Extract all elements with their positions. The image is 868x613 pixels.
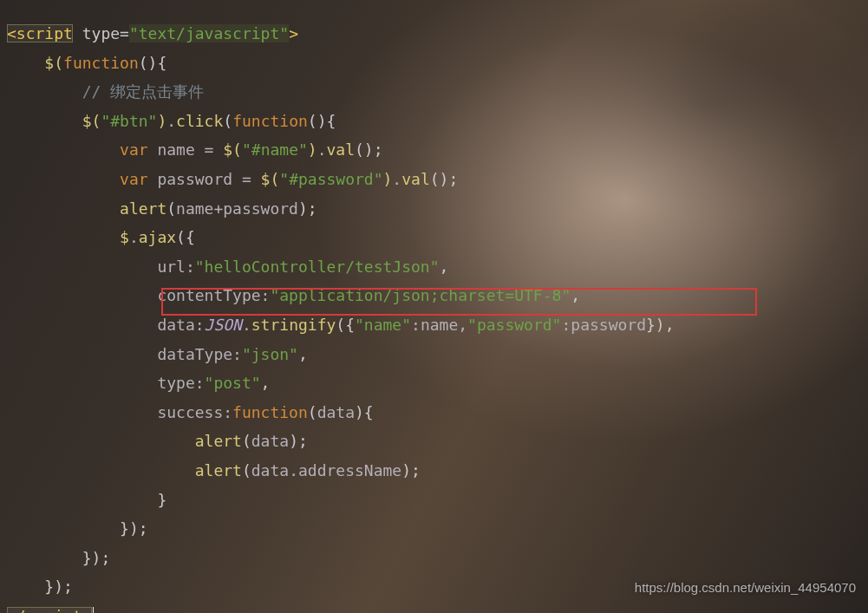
token: alert xyxy=(195,432,242,450)
token: (){ xyxy=(308,112,336,130)
token: alert xyxy=(120,199,166,218)
token xyxy=(73,24,82,42)
token: . xyxy=(129,228,139,246)
token: ); xyxy=(298,199,317,218)
token: . xyxy=(242,316,251,334)
code-line: success:function(data){ xyxy=(7,398,868,427)
token: ){ xyxy=(355,403,374,421)
token: , xyxy=(571,286,580,304)
code-line: </script> xyxy=(7,602,868,613)
token: , xyxy=(440,258,449,276)
token: } xyxy=(157,491,166,509)
token: click xyxy=(176,112,223,130)
code-line: var name = $("#name").val(); xyxy=(7,135,868,165)
code-line: alert(name+password); xyxy=(7,194,868,224)
token: }); xyxy=(120,519,148,538)
token: name+password xyxy=(176,199,298,218)
token: > xyxy=(289,24,298,42)
code-line: dataType:"json", xyxy=(7,340,868,369)
token: ); xyxy=(401,461,421,479)
token: type= xyxy=(82,24,129,42)
code-line: alert(data); xyxy=(7,427,868,456)
token: . xyxy=(317,140,327,159)
code-line: $.ajax({ xyxy=(7,223,868,252)
code-line: }); xyxy=(7,544,868,573)
token: . xyxy=(392,170,401,188)
token: JSON xyxy=(205,316,242,334)
token: <script xyxy=(7,24,73,42)
token: contentType: xyxy=(157,286,270,304)
code-line: $("#btn").click(function(){ xyxy=(7,107,868,136)
token: alert xyxy=(195,461,242,479)
token: $( xyxy=(261,170,280,188)
token: </script> xyxy=(7,607,92,613)
token: var xyxy=(120,170,148,188)
token: ) xyxy=(157,112,166,130)
token: "#btn" xyxy=(101,112,157,130)
token: , xyxy=(298,345,308,363)
token: ( xyxy=(242,432,251,450)
token: "json" xyxy=(242,345,298,363)
token: ( xyxy=(308,403,317,421)
code-line: contentType:"application/json;charset=UT… xyxy=(7,281,868,310)
code-line: alert(data.addressName); xyxy=(7,456,868,486)
code-line: // 绑定点击事件 xyxy=(7,77,868,107)
token: }); xyxy=(82,549,111,567)
token: var xyxy=(120,140,148,159)
token: success: xyxy=(157,403,232,421)
token: "post" xyxy=(205,374,261,392)
token: "name" xyxy=(355,316,411,334)
token: }); xyxy=(44,577,73,596)
token: (){ xyxy=(139,54,167,72)
text-cursor xyxy=(93,607,94,613)
token: . xyxy=(166,112,176,130)
code-line: type:"post", xyxy=(7,368,868,398)
token: "#password" xyxy=(279,170,382,188)
token: data.addressName xyxy=(251,461,401,479)
token: ) xyxy=(383,170,393,188)
token: :name, xyxy=(411,316,467,334)
code-line: var password = $("#password").val(); xyxy=(7,165,868,194)
token: url: xyxy=(157,258,194,276)
code-line: <script type="text/javascript"> xyxy=(7,19,868,49)
token: "#name" xyxy=(242,140,308,159)
token: // 绑定点击事件 xyxy=(82,82,205,101)
code-block: <script type="text/javascript"> $(functi… xyxy=(0,16,868,613)
token: dataType: xyxy=(157,345,242,363)
token: ajax xyxy=(139,228,176,246)
token: data: xyxy=(157,316,204,334)
token: , xyxy=(261,374,271,392)
token: $ xyxy=(120,228,129,246)
token: password = xyxy=(148,170,261,188)
token: $( xyxy=(82,112,101,130)
token: (); xyxy=(430,170,459,188)
token: "application/json;charset=UTF-8" xyxy=(270,286,571,304)
token: $( xyxy=(223,140,242,159)
token: data xyxy=(251,432,289,450)
token: val xyxy=(401,170,430,188)
token: }), xyxy=(646,316,675,334)
token: ( xyxy=(223,112,232,130)
token: function xyxy=(232,403,308,421)
token: ({ xyxy=(176,228,195,246)
token: ( xyxy=(166,199,176,218)
code-line: } xyxy=(7,486,868,515)
token: stringify xyxy=(251,316,336,334)
code-line: }); xyxy=(7,514,868,544)
code-line: data:JSON.stringify({"name":name,"passwo… xyxy=(7,310,868,340)
watermark-text: https://blog.csdn.net/weixin_44954070 xyxy=(635,573,856,603)
token: name = xyxy=(148,140,224,159)
code-line: $(function(){ xyxy=(7,49,868,78)
token: $( xyxy=(44,54,63,72)
token: data xyxy=(317,403,355,421)
token: ) xyxy=(308,140,317,159)
token: (); xyxy=(355,140,383,159)
token: ({ xyxy=(336,316,355,334)
token: "helloController/testJson" xyxy=(195,258,440,276)
code-line: url:"helloController/testJson", xyxy=(7,252,868,282)
token: "text/javascript" xyxy=(129,24,289,42)
token: ( xyxy=(242,461,251,479)
token: type: xyxy=(157,374,204,392)
token: "password" xyxy=(467,316,561,334)
token: val xyxy=(327,140,356,159)
